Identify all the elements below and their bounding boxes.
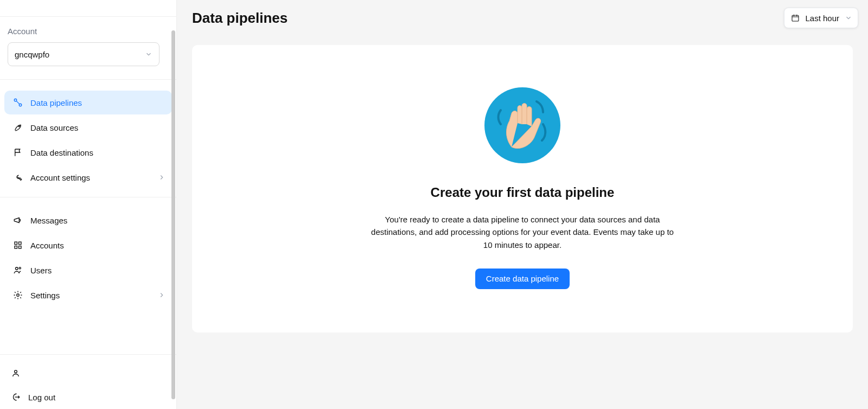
- grid-icon: [13, 240, 23, 250]
- pipeline-icon: [13, 98, 23, 107]
- nav-primary: Data pipelines Data sources Data destina…: [0, 80, 176, 197]
- logout-icon: [11, 392, 21, 402]
- account-label: Account: [8, 27, 169, 36]
- create-pipeline-button[interactable]: Create data pipeline: [475, 269, 570, 289]
- sidebar-item-label: Users: [30, 266, 52, 275]
- chevron-down-icon: [845, 14, 852, 22]
- empty-state-title: Create your first data pipeline: [371, 185, 674, 200]
- sidebar-item-label: Settings: [30, 291, 60, 300]
- sidebar-item-label: Account settings: [30, 173, 90, 182]
- megaphone-icon: [13, 215, 23, 225]
- flag-icon: [13, 148, 23, 157]
- svg-point-10: [15, 370, 17, 373]
- svg-point-12: [484, 87, 560, 163]
- account-section: Account gncqwpfo: [0, 17, 176, 80]
- chevron-right-icon: [158, 174, 165, 181]
- page-title: Data pipelines: [192, 10, 288, 27]
- time-range-label: Last hour: [805, 14, 839, 23]
- footer-logout-label: Log out: [28, 393, 55, 402]
- svg-rect-11: [792, 15, 799, 21]
- sidebar: Account gncqwpfo Data pipelines Data sou…: [0, 0, 177, 409]
- users-icon: [13, 265, 23, 275]
- wrench-icon: [13, 172, 23, 182]
- sidebar-item-data-pipelines[interactable]: Data pipelines: [4, 91, 172, 114]
- svg-point-7: [16, 267, 18, 270]
- rocket-icon: [13, 123, 23, 132]
- empty-state: Create your first data pipeline You're r…: [371, 87, 674, 289]
- gear-icon: [13, 290, 23, 300]
- sidebar-item-label: Data destinations: [30, 148, 93, 157]
- sidebar-item-label: Data sources: [30, 123, 78, 132]
- sidebar-top-spacer: [0, 0, 176, 17]
- calendar-icon: [791, 14, 800, 22]
- account-select[interactable]: gncqwpfo: [8, 42, 159, 66]
- content-card: Create your first data pipeline You're r…: [192, 45, 853, 333]
- sidebar-item-label: Accounts: [30, 241, 64, 250]
- empty-illustration: [371, 87, 674, 163]
- footer-user[interactable]: [2, 361, 174, 385]
- chevron-right-icon: [158, 291, 165, 299]
- sidebar-scrollbar[interactable]: [171, 30, 175, 399]
- time-range-picker[interactable]: Last hour: [784, 8, 858, 28]
- svg-rect-3: [15, 242, 17, 245]
- wave-hand-icon: [484, 87, 560, 163]
- svg-point-1: [19, 104, 22, 106]
- sidebar-item-users[interactable]: Users: [4, 258, 172, 282]
- sidebar-item-accounts[interactable]: Accounts: [4, 233, 172, 257]
- sidebar-item-label: Data pipelines: [30, 98, 82, 107]
- nav-secondary: Messages Accounts Users: [0, 197, 176, 315]
- sidebar-item-settings[interactable]: Settings: [4, 283, 172, 307]
- svg-point-8: [19, 267, 21, 269]
- empty-state-description: You're ready to create a data pipeline t…: [371, 213, 674, 251]
- user-icon: [11, 368, 21, 378]
- chevron-down-icon: [145, 50, 152, 58]
- main: Data pipelines Last hour: [177, 0, 868, 409]
- footer-logout[interactable]: Log out: [2, 385, 174, 409]
- sidebar-footer: Log out: [0, 354, 176, 409]
- sidebar-item-data-sources[interactable]: Data sources: [4, 116, 172, 139]
- sidebar-item-data-destinations[interactable]: Data destinations: [4, 140, 172, 164]
- svg-rect-5: [15, 246, 17, 249]
- main-header: Data pipelines: [177, 0, 868, 33]
- svg-point-2: [18, 126, 20, 127]
- sidebar-item-label: Messages: [30, 216, 67, 225]
- svg-point-9: [17, 294, 20, 297]
- svg-point-0: [14, 99, 17, 101]
- account-select-value: gncqwpfo: [15, 50, 49, 59]
- sidebar-item-messages[interactable]: Messages: [4, 208, 172, 232]
- svg-rect-6: [19, 246, 22, 249]
- sidebar-item-account-settings[interactable]: Account settings: [4, 165, 172, 189]
- svg-rect-4: [19, 242, 22, 245]
